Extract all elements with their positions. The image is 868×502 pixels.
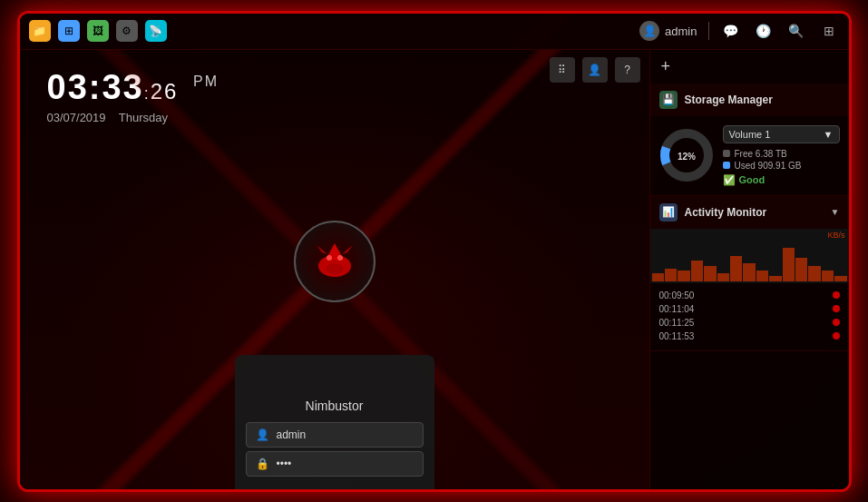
password-field[interactable]: 🔒 [246,451,424,477]
clock-time: 03:33 [47,68,144,106]
user-field-icon: 👤 [256,428,269,441]
graph-bars [650,229,849,283]
activity-widget-header: 📊 Activity Monitor ▼ [650,196,849,229]
bar-7 [730,256,742,281]
dragon-icon [307,234,362,289]
gear-icon: ⚙ [122,25,132,37]
bar-6 [717,273,729,281]
help-icon: ? [624,64,630,76]
network-icon: 📡 [149,25,162,37]
lock-field-icon: 🔒 [256,458,269,470]
login-username-display: Nimbustor [235,399,434,413]
used-label: Used 909.91 GB [735,161,802,171]
taskbar-icon-photos[interactable]: 🖼 [87,20,109,42]
bar-14 [822,271,834,281]
bar-11 [783,248,795,281]
clock-button[interactable]: 🕐 [753,20,775,42]
taskbar-right: 👤 admin 💬 🕐 🔍 ⊞ [639,20,839,42]
activity-time-1: 00:09:50 [659,290,695,300]
taskbar: 📁 ⊞ 🖼 ⚙ 📡 👤 admin [20,14,849,50]
storage-used-stat: Used 909.91 GB [723,161,840,171]
volume-select[interactable]: Volume 1 ▼ [723,125,840,143]
grid-button[interactable]: ⊞ [818,20,840,42]
activity-widget-title: Activity Monitor [685,206,824,219]
activity-graph: KB/s [650,229,849,283]
lock-help-button[interactable]: ? [615,57,640,83]
activity-dot-3 [833,319,840,326]
dragon-logo-area [294,221,375,302]
svg-marker-31 [342,245,353,254]
add-widget-button[interactable]: + [650,50,849,84]
bar-1 [652,273,664,281]
free-label: Free 6.38 TB [735,149,787,159]
lock-screen: 03:33:26 PM 03/07/2019 Thursday ⠿ 👤 ? [20,50,649,489]
bar-15 [834,276,846,281]
day-label: Thursday [119,111,168,124]
password-input[interactable] [277,458,414,470]
check-icon: ✅ [723,174,736,186]
clock-seconds: 26 [151,79,179,103]
activity-dropdown[interactable]: ▼ [831,207,840,217]
svg-point-32 [327,255,332,261]
bar-4 [691,261,703,281]
clock-icon: 🕐 [756,24,771,38]
storage-widget: 💾 Storage Manager 12% Volume 1 [650,84,849,196]
lock-user-button[interactable]: 👤 [582,57,608,83]
dragon-avatar [294,221,375,302]
status-label: Good [739,174,766,185]
bar-2 [665,269,677,281]
taskbar-icon-apps[interactable]: ⊞ [58,20,80,42]
apps-icon: ⊞ [64,25,73,37]
taskbar-user[interactable]: 👤 admin [639,21,697,41]
login-dialog: Nimbustor 👤 🔒 [235,355,434,489]
lock-grid-button[interactable]: ⠿ [550,57,575,83]
taskbar-left: 📁 ⊞ 🖼 ⚙ 📡 [29,20,167,42]
username-label: admin [665,25,697,38]
free-dot [723,150,730,157]
donut-chart: 12% [659,128,714,182]
taskbar-icon-files[interactable]: 📁 [29,20,51,42]
avatar: 👤 [639,21,659,41]
bar-10 [769,276,781,281]
taskbar-icon-network[interactable]: 📡 [145,20,167,42]
activity-time-3: 00:11:25 [659,318,695,328]
username-field[interactable]: 👤 [246,422,424,448]
activity-dot-2 [833,305,840,312]
storage-widget-icon: 💾 [659,91,678,109]
search-button[interactable]: 🔍 [785,20,807,42]
activity-content: KB/s [650,229,849,350]
clock-ampm: PM [193,74,219,89]
chat-button[interactable]: 💬 [720,20,742,42]
bar-9 [756,271,768,281]
storage-status: ✅ Good [723,174,840,186]
files-icon: 📁 [33,25,46,37]
date-label: 03/07/2019 [47,111,106,124]
monitor-frame: 📁 ⊞ 🖼 ⚙ 📡 👤 admin [17,11,852,492]
bar-3 [678,271,689,281]
storage-widget-title: Storage Manager [685,94,840,106]
activity-list: 00:09:50 00:11:04 00:11:25 00:11:53 [650,289,849,343]
bar-12 [795,258,807,281]
activity-item-3: 00:11:25 [659,316,840,330]
chat-icon: 💬 [723,24,738,38]
used-dot [723,162,730,169]
right-panel: + 💾 Storage Manager 12% [649,50,849,489]
volume-chevron-icon: ▼ [824,129,834,140]
svg-point-34 [326,263,344,274]
activity-widget: 📊 Activity Monitor ▼ KB/s [650,196,849,351]
divider [708,22,709,40]
grid-icon: ⊞ [824,24,834,38]
storage-widget-header: 💾 Storage Manager [650,84,849,116]
activity-time-2: 00:11:04 [659,304,695,314]
activity-item-2: 00:11:04 [659,302,840,316]
photos-icon: 🖼 [93,25,103,37]
search-icon: 🔍 [788,24,804,38]
storage-free-stat: Free 6.38 TB [723,149,840,159]
bar-8 [743,263,755,281]
taskbar-icon-settings[interactable]: ⚙ [116,20,138,42]
username-input[interactable] [277,428,414,441]
activity-item-1: 00:09:50 [659,289,840,302]
activity-dot-1 [833,291,840,299]
grid-icon: ⠿ [558,64,566,76]
svg-marker-30 [317,245,327,254]
